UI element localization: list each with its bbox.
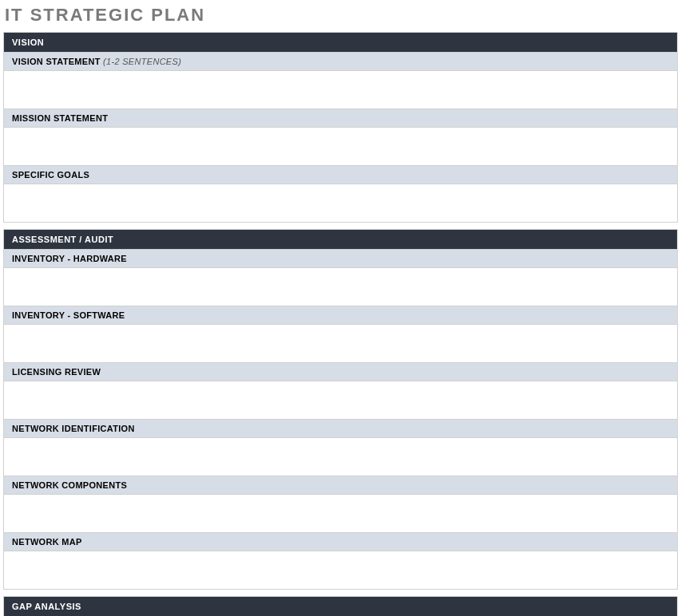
network-map-input[interactable] bbox=[3, 551, 678, 590]
subheader-inventory-hardware: INVENTORY - HARDWARE bbox=[3, 250, 678, 268]
vision-statement-input[interactable] bbox=[3, 71, 678, 109]
page-title: IT STRATEGIC PLAN bbox=[3, 3, 678, 32]
subheader-network-identification: NETWORK IDENTIFICATION bbox=[3, 420, 678, 438]
subheader-network-components: NETWORK COMPONENTS bbox=[3, 476, 678, 495]
subheader-inventory-software: INVENTORY - SOFTWARE bbox=[3, 306, 678, 325]
subheader-network-map: NETWORK MAP bbox=[3, 533, 678, 551]
network-identification-input[interactable] bbox=[3, 438, 678, 476]
subheader-licensing-review: LICENSING REVIEW bbox=[3, 363, 678, 381]
network-components-input[interactable] bbox=[3, 495, 678, 533]
inventory-software-input[interactable] bbox=[3, 325, 678, 363]
subheader-vision-statement: VISION STATEMENT (1-2 SENTENCES) bbox=[3, 53, 678, 71]
section-spacer bbox=[3, 590, 678, 596]
mission-statement-input[interactable] bbox=[3, 128, 678, 166]
subheader-mission-statement: MISSION STATEMENT bbox=[3, 109, 678, 128]
vision-statement-hint: (1-2 SENTENCES) bbox=[103, 57, 181, 66]
subheader-specific-goals: SPECIFIC GOALS bbox=[3, 166, 678, 184]
section-header-gap-analysis: GAP ANALYSIS bbox=[3, 596, 678, 616]
vision-statement-label: VISION STATEMENT bbox=[12, 57, 101, 66]
section-spacer bbox=[3, 223, 678, 229]
section-header-vision: VISION bbox=[3, 32, 678, 53]
licensing-review-input[interactable] bbox=[3, 381, 678, 420]
specific-goals-input[interactable] bbox=[3, 184, 678, 223]
inventory-hardware-input[interactable] bbox=[3, 268, 678, 306]
section-header-assessment: ASSESSMENT / AUDIT bbox=[3, 229, 678, 250]
